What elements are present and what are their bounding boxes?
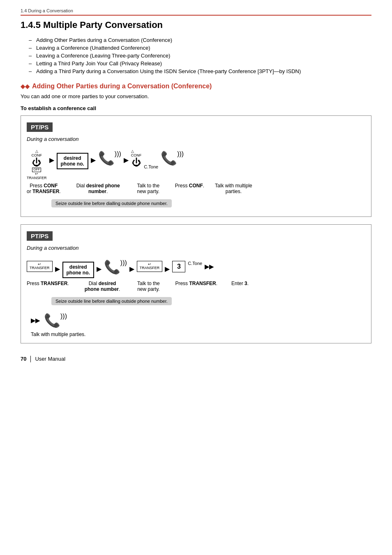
box1: PT/PS During a conversation △CONF ⏻ OFF … [21,115,371,217]
label3: Talk to thenew party. [132,183,161,194]
desired-box2: desiredphone no. [62,262,94,278]
double-arrow-bottom: ▶▶ [31,317,40,324]
step1-col: △CONF ⏻ OFF ↩TRANSFER [27,149,47,180]
phone-icon2: 📞))) [161,150,184,166]
arrow1: ▶ [49,149,54,164]
label2: Dial desired phonenumber. [73,183,120,194]
arrow2-1: ▶ [55,258,60,273]
step2-3-col: 📞))) [104,258,127,275]
step4-col: △CONF ⏻ [131,149,142,168]
box2-labels-row: Press TRANSFER. Dial desiredphone number… [27,281,365,292]
subsection-title: ◆◆ Adding Other Parties during a Convers… [21,83,371,90]
desired-box1: desiredphone no. [57,153,88,169]
label2-2: Dial desiredphone number. [81,281,120,292]
conf-icon2: △CONF ⏻ [131,150,142,168]
label5: Talk with multipleparties. [215,183,252,194]
page-footer: 70 User Manual [21,356,371,362]
label2-4: Press TRANSFER. [173,281,217,286]
section-name: Multiple Party Conversation [43,20,163,30]
note1-bubble: Seize outside line before dialling outsi… [51,199,172,207]
step3-col: 📞))) [98,149,121,166]
footer-divider [30,356,31,362]
conf-icon: △CONF ⏻ OFF ↩TRANSFER [27,150,47,180]
arrow3: ▶ [124,149,129,164]
double-arrow2: ▶▶ [205,258,214,270]
transfer-icon1: ↩TRANSFER [27,261,53,272]
note2-container: Seize outside line before dialling outsi… [51,294,365,305]
label2-5: Enter 3. [230,281,250,286]
label2-3: Talk to thenew party. [132,281,161,292]
phone-icon-bottom: 📞))) [44,313,67,328]
section-number: 1.4.5 [21,20,41,30]
step5-col: 📞))) [161,149,184,166]
page-number: 70 [21,356,26,362]
talk-multi-label: Talk with multiple parties. [31,332,365,337]
ctone1: C.Tone [144,157,158,169]
box2-title: PT/PS [27,231,53,241]
box2: PT/PS During a conversation ↩TRANSFER ▶ … [21,224,371,343]
bullet-list: Adding Other Parties during a Conversati… [29,37,371,74]
arrow2-3: ▶ [129,258,134,273]
note2-bubble: Seize outside line before dialling outsi… [51,297,172,305]
establish-label: To establish a conference call [21,105,371,111]
box1-italic: During a conversation [27,136,365,142]
step2-1-col: ↩TRANSFER [27,258,53,272]
step2-col: desiredphone no. [57,149,88,169]
list-item: Letting a Third Party Join Your Call (Pr… [29,60,371,67]
transfer-icon2: ↩TRANSFER [137,261,163,272]
box2-italic: During a conversation [27,245,365,251]
step2-4-col: ↩TRANSFER [137,258,163,272]
arrow2-2: ▶ [97,258,101,273]
diamond-icon: ◆◆ [21,83,30,90]
phone-icon1: 📞))) [98,150,121,166]
box2-steps-row: ↩TRANSFER ▶ desiredphone no. ▶ 📞))) ▶ ↩T… [27,258,365,278]
arrow2: ▶ [91,149,96,164]
footer-label: User Manual [35,356,65,362]
enter3-box: 3 [172,261,185,272]
ctone2-col: C.Tone [188,258,202,266]
box2-bottom-row: ▶▶ 📞))) [31,313,365,328]
box1-steps-row: △CONF ⏻ OFF ↩TRANSFER ▶ desiredphone no.… [27,149,365,180]
label1: Press CONFor TRANSFER. [27,183,61,194]
step2-5-col: 3 [172,258,185,272]
section-title: 1.4.5 Multiple Party Conversation [21,20,371,30]
breadcrumb: 1.4 During a Conversation [21,8,371,16]
note1-container: Seize outside line before dialling outsi… [51,196,365,207]
list-item: Leaving a Conference (Leaving Three-part… [29,53,371,59]
step2-2-col: desiredphone no. [62,258,94,278]
subsection-description: You can add one or more parties to your … [21,93,371,99]
list-item: Adding Other Parties during a Conversati… [29,37,371,43]
box1-labels-row: Press CONFor TRANSFER. Dial desired phon… [27,183,365,194]
subsection-name: Adding Other Parties during a Conversati… [32,83,212,90]
arrow2-4: ▶ [165,258,170,273]
list-item: Adding a Third Party during a Conversati… [29,68,371,74]
list-item: Leaving a Conference (Unattended Confere… [29,45,371,51]
label4: Press CONF. [173,183,204,189]
box1-title: PT/PS [27,122,53,132]
label2-1: Press TRANSFER. [27,281,69,286]
phone-icon2-1: 📞))) [104,259,127,275]
